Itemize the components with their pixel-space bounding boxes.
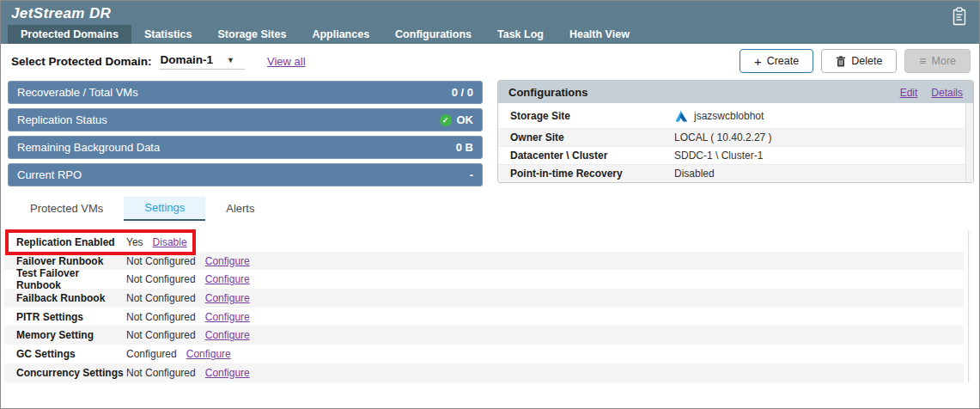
edit-link[interactable]: Edit bbox=[900, 87, 918, 99]
nav-tab-statistics[interactable]: Statistics bbox=[131, 25, 205, 44]
configure-pitr-settings-link[interactable]: Configure bbox=[205, 311, 250, 323]
config-row-datacenter-cluster: Datacenter \ Cluster SDDC-1 \ Cluster-1 bbox=[498, 146, 973, 164]
settings-row-failover-runbook: Failover Runbook Not Configured Configur… bbox=[4, 252, 964, 271]
select-domain-label: Select Protected Domain: bbox=[11, 55, 152, 68]
delete-button[interactable]: Delete bbox=[821, 49, 897, 73]
settings-table: Replication Enabled Yes Disable Failover… bbox=[4, 233, 964, 382]
detail-tabs: Protected VMs Settings Alerts bbox=[9, 197, 275, 221]
stat-bar-remaining-background-data: Remaining Background Data 0 B bbox=[8, 136, 483, 159]
configure-failover-runbook-link[interactable]: Configure bbox=[205, 255, 250, 267]
storage-site-value: jsazswcblobhot bbox=[694, 110, 764, 122]
settings-row-test-failover-runbook: Test Failover Runbook Not Configured Con… bbox=[4, 270, 964, 289]
create-button[interactable]: + Create bbox=[740, 49, 813, 73]
stat-bar-recoverable-vms: Recoverable / Total VMs 0 / 0 bbox=[8, 81, 483, 104]
domain-summary-bars: Recoverable / Total VMs 0 / 0 Replicatio… bbox=[8, 81, 483, 191]
nav-tab-protected-domains[interactable]: Protected Domains bbox=[8, 25, 131, 44]
check-circle-icon: ✓ bbox=[440, 114, 452, 126]
configure-concurrency-settings-link[interactable]: Configure bbox=[205, 367, 250, 379]
main-nav: Protected Domains Statistics Storage Sit… bbox=[1, 25, 642, 44]
app-header: JetStream DR Protected Domains Statistic… bbox=[1, 1, 979, 44]
nav-tab-task-log[interactable]: Task Log bbox=[484, 25, 557, 44]
settings-scrollbar[interactable] bbox=[968, 231, 971, 382]
tab-protected-vms[interactable]: Protected VMs bbox=[9, 197, 124, 221]
owner-site-value: LOCAL ( 10.40.2.27 ) bbox=[674, 131, 772, 143]
configure-test-failover-runbook-link[interactable]: Configure bbox=[205, 273, 250, 285]
clipboard-report-icon[interactable] bbox=[952, 7, 967, 26]
caret-down-icon: ▼ bbox=[227, 56, 234, 64]
configurations-panel: Configurations EditDetails Storage Site … bbox=[497, 80, 974, 183]
domain-dropdown[interactable]: Domain-1 ▼ bbox=[159, 52, 245, 70]
config-scrollbar[interactable] bbox=[965, 103, 973, 182]
tab-alerts[interactable]: Alerts bbox=[205, 197, 275, 221]
remaining-data-value: 0 B bbox=[456, 141, 473, 154]
configure-gc-settings-link[interactable]: Configure bbox=[186, 348, 231, 360]
nav-tab-storage-sites[interactable]: Storage Sites bbox=[205, 25, 300, 44]
datacenter-cluster-value: SDDC-1 \ Cluster-1 bbox=[674, 150, 763, 162]
settings-row-gc-settings: GC Settings Configured Configure bbox=[4, 345, 964, 363]
settings-row-concurrency-settings: Concurrency Settings Not Configured Conf… bbox=[4, 363, 964, 382]
trash-icon bbox=[836, 56, 846, 67]
details-link[interactable]: Details bbox=[931, 87, 963, 99]
configurations-header: Configurations EditDetails bbox=[498, 81, 973, 103]
nav-tab-configurations[interactable]: Configurations bbox=[382, 25, 484, 44]
jetstream-dr-window: JetStream DR Protected Domains Statistic… bbox=[0, 0, 980, 409]
stat-bar-current-rpo: Current RPO - bbox=[8, 163, 483, 186]
azure-icon bbox=[674, 109, 688, 123]
disable-replication-link[interactable]: Disable bbox=[153, 236, 187, 248]
pitr-value: Disabled bbox=[674, 168, 715, 180]
selected-domain-value: Domain-1 bbox=[161, 53, 214, 66]
configurations-title: Configurations bbox=[508, 86, 587, 99]
nav-tab-health-view[interactable]: Health View bbox=[557, 25, 642, 44]
plus-icon: + bbox=[754, 55, 762, 68]
recoverable-vms-value: 0 / 0 bbox=[452, 86, 473, 99]
settings-row-memory-setting: Memory Setting Not Configured Configure bbox=[4, 326, 964, 345]
current-rpo-value: - bbox=[470, 168, 473, 181]
settings-row-replication-enabled: Replication Enabled Yes Disable bbox=[4, 233, 964, 252]
tab-settings[interactable]: Settings bbox=[124, 197, 205, 221]
config-row-owner-site: Owner Site LOCAL ( 10.40.2.27 ) bbox=[498, 128, 973, 146]
replication-status-value: ✓ OK bbox=[440, 113, 474, 126]
domain-toolbar: Select Protected Domain: Domain-1 ▼ View… bbox=[1, 44, 979, 76]
view-all-link[interactable]: View all bbox=[267, 55, 306, 68]
app-logo: JetStream DR bbox=[11, 5, 111, 22]
nav-tab-appliances[interactable]: Appliances bbox=[299, 25, 382, 44]
stat-bar-replication-status: Replication Status ✓ OK bbox=[8, 108, 483, 131]
configure-memory-setting-link[interactable]: Configure bbox=[205, 329, 250, 341]
settings-row-failback-runbook: Failback Runbook Not Configured Configur… bbox=[4, 289, 964, 308]
menu-icon: ≡ bbox=[919, 55, 926, 67]
settings-row-pitr-settings: PITR Settings Not Configured Configure bbox=[4, 308, 964, 327]
more-button[interactable]: ≡ More bbox=[904, 49, 971, 73]
configure-failback-runbook-link[interactable]: Configure bbox=[205, 292, 250, 304]
config-row-pitr: Point-in-time Recovery Disabled bbox=[498, 164, 973, 182]
config-row-storage-site: Storage Site jsazswcblobhot bbox=[498, 103, 973, 128]
